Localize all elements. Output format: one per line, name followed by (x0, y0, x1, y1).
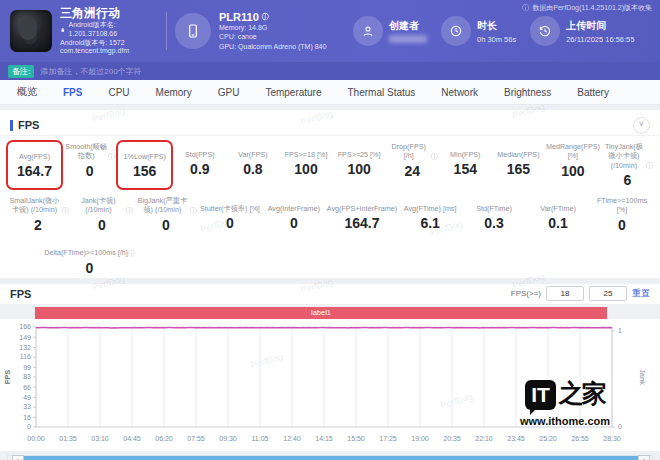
stat-std-ftime: Std(FTime)0.3 (462, 194, 526, 235)
note-placeholder[interactable]: 添加备注，不超过200个字符 (40, 66, 141, 77)
reset-button[interactable]: 重置 (632, 287, 650, 300)
stat-delta-ftime-100ms-h: Delta(FTime)>=100ms [/h] ⓘ0 (6, 239, 173, 278)
stat-value: 0.3 (463, 215, 525, 231)
svg-text:14:15: 14:15 (315, 435, 333, 442)
tab-概览[interactable]: 概览 (4, 85, 50, 99)
stat-value: 24 (387, 163, 438, 179)
user-icon (353, 16, 383, 46)
stats-row-3: Delta(FTime)>=100ms [/h] ⓘ0 (0, 235, 660, 278)
fps-section: FPS ˅ Avg(FPS)164.7Smooth(顺畅指数) ⓘ01%Low(… (0, 110, 660, 278)
stat-avg-ftime-ms: Avg(FTime) [ms]6.1 (398, 194, 462, 235)
duration-label: 时长 (477, 19, 516, 33)
chevron-down-icon[interactable]: ˅ (633, 117, 650, 134)
svg-text:1: 1 (618, 327, 622, 334)
svg-text:28:30: 28:30 (603, 435, 621, 442)
chart-range-scrollbar[interactable]: ‖ ‖ (7, 455, 653, 460)
device-info-block: PLR110 ⓘ Memory: 14.8G CPU: canoe GPU: Q… (175, 11, 353, 51)
perfdog-report-page: { "icons": {"info": "ⓘ", "chevron_down":… (0, 0, 660, 460)
stat-value: 0 (135, 217, 197, 233)
header-divider (166, 12, 167, 50)
stat-var-ftime: Var(FTime)0.1 (526, 194, 590, 235)
chart-header: FPS FPS(>=) 重置 (0, 284, 660, 304)
info-icon[interactable]: ⓘ (126, 206, 133, 215)
creator-block: 创建者 (353, 16, 427, 46)
upload-time-label: 上传时间 (566, 19, 634, 33)
stat-tinyjank-10min: TinyJank(极微小卡顿) (/10min) ⓘ6 (601, 140, 654, 190)
tab-thermal-status[interactable]: Thermal Status (335, 87, 429, 98)
section-accent-bar (10, 120, 13, 131)
creator-value-redacted (389, 35, 427, 43)
device-name: PLR110 ⓘ (219, 11, 326, 23)
info-icon[interactable]: ⓘ (431, 152, 438, 161)
info-icon[interactable]: ⓘ (62, 206, 69, 215)
info-icon[interactable]: ⓘ (108, 152, 115, 161)
fps-chart[interactable]: 00:0001:3503:1004:4506:2007:5509:3011:05… (0, 319, 660, 451)
scrollbar-left-handle[interactable]: ‖ (12, 455, 24, 460)
info-icon[interactable]: ⓘ (190, 206, 197, 215)
tab-cpu[interactable]: CPU (95, 87, 142, 98)
metric-tabs: 概览FPSCPUMemoryGPUTemperatureThermal Stat… (0, 80, 660, 105)
svg-text:09:30: 09:30 (219, 435, 237, 442)
tab-temperature[interactable]: Temperature (252, 87, 334, 98)
stat-value: 0.8 (227, 161, 278, 177)
svg-text:15:50: 15:50 (347, 435, 365, 442)
stat-1%low-fps: 1%Low(FPS)156 (116, 140, 173, 190)
scrollbar-right-handle[interactable]: ‖ (638, 455, 650, 460)
note-badge: 备注: (8, 65, 34, 78)
duration-value: 0h 30m 56s (477, 35, 516, 44)
svg-text:06:20: 06:20 (155, 435, 173, 442)
stat-value: 156 (119, 163, 170, 179)
ithome-logo-icon: IT (525, 380, 556, 410)
stat-value: 0 (591, 217, 653, 233)
fps-threshold-controls: FPS(>=) 重置 (511, 286, 650, 301)
note-bar[interactable]: 备注: 添加备注，不超过200个字符 (0, 62, 660, 80)
tab-network[interactable]: Network (428, 87, 491, 98)
stat-value: 6.1 (399, 215, 461, 231)
stat-value: 0 (199, 215, 261, 231)
tab-brightness[interactable]: Brightness (491, 87, 564, 98)
stat-fps-25-%: FPS>=25 [%]100 (333, 140, 386, 190)
svg-text:11:05: 11:05 (252, 435, 269, 442)
scrollbar-bar[interactable] (23, 456, 639, 460)
stat-value: 0 (263, 215, 325, 231)
stat-avg-interframe: Avg(InterFrame)0 (262, 194, 326, 235)
collector-version-note: ⓘ 数据由PerfDog(11.4.25101.2)版本收集 (522, 3, 652, 13)
svg-text:0: 0 (27, 423, 31, 430)
stat-avg-fps: Avg(FPS)164.7 (6, 140, 63, 190)
upload-time-block: 上传时间 26/11/2025 16:56:55 (530, 16, 634, 46)
clock-icon (441, 16, 471, 46)
tab-gpu[interactable]: GPU (205, 87, 253, 98)
stat-fps-18-%: FPS>=18 [%]100 (279, 140, 332, 190)
fps-threshold-input-1[interactable] (546, 286, 584, 301)
tab-battery[interactable]: Battery (564, 87, 622, 98)
svg-text:22:10: 22:10 (475, 435, 493, 442)
android-icon (60, 27, 66, 33)
svg-text:12:40: 12:40 (283, 435, 301, 442)
svg-text:03:10: 03:10 (91, 435, 109, 442)
svg-text:99: 99 (23, 363, 31, 370)
svg-text:116: 116 (20, 353, 31, 360)
fps-threshold-input-2[interactable] (589, 286, 627, 301)
stat-avg-fps-interframe: Avg(FPS+InterFrame)164.7 (326, 194, 398, 235)
info-icon: ⓘ (522, 3, 529, 13)
tab-memory[interactable]: Memory (143, 87, 205, 98)
fps-threshold-label: FPS(>=) (511, 289, 541, 298)
stat-value: 0.9 (174, 161, 225, 177)
stat-stutter-%: Stutter(卡顿率) [%]0 (198, 194, 262, 235)
tab-fps[interactable]: FPS (50, 87, 95, 98)
stat-value: 154 (440, 161, 491, 177)
stat-bigjank-10min: BigJank(严重卡顿) (/10min) ⓘ0 (134, 194, 198, 235)
app-icon (10, 10, 52, 52)
chart-title: FPS (10, 288, 31, 300)
svg-text:149: 149 (19, 333, 31, 340)
device-memory: Memory: 14.8G (219, 23, 326, 32)
info-icon[interactable]: ⓘ (128, 249, 135, 258)
stat-value: 164.7 (327, 215, 397, 231)
svg-text:FPS: FPS (3, 370, 12, 385)
info-icon[interactable]: ⓘ (646, 161, 653, 170)
stat-value: 2 (7, 217, 69, 233)
info-icon[interactable]: ⓘ (262, 12, 269, 22)
svg-text:66: 66 (23, 383, 31, 390)
stats-row-2: SmallJank(微小卡顿) (/10min) ⓘ2Jank(卡顿) (/10… (0, 190, 660, 235)
stats-row-1: Avg(FPS)164.7Smooth(顺畅指数) ⓘ01%Low(FPS)15… (0, 136, 660, 190)
